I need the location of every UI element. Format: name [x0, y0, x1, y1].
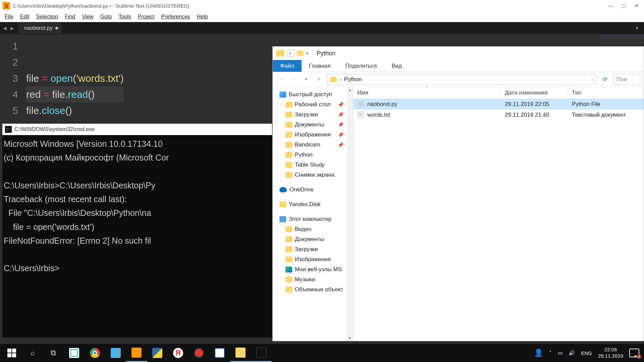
explorer-title: Python	[317, 50, 335, 57]
sublime-taskbar-button[interactable]	[126, 344, 147, 362]
col-name[interactable]: ˄Имя	[353, 87, 501, 99]
sublime-titlebar[interactable]: C:\Users\Irbis\Desktop\Python\naoborot.p…	[0, 0, 644, 11]
tree-downloads2[interactable]: Загрузки	[273, 244, 353, 254]
col-type[interactable]: Тип	[568, 87, 644, 99]
quick-access-save-icon[interactable]: ✓	[287, 50, 294, 57]
tab-nav-back-icon[interactable]: ◀	[1, 25, 8, 32]
sort-asc-icon: ˄	[426, 87, 428, 90]
language-indicator[interactable]: ENG	[581, 350, 592, 356]
clock[interactable]: 22:06 29.11.2019	[598, 347, 623, 359]
list-header[interactable]: ˄Имя Дата изменения Тип	[353, 87, 644, 99]
yandex-button[interactable]: Я	[168, 344, 189, 362]
crumb-current[interactable]: Python	[344, 76, 362, 83]
menu-find[interactable]: Find	[62, 12, 78, 21]
ribbon-tab-file[interactable]: Файл	[273, 60, 302, 72]
cmd-taskbar-button[interactable]	[251, 344, 272, 362]
editor-tab[interactable]: naoborot.py	[18, 23, 61, 34]
menu-project[interactable]: Project	[135, 12, 157, 21]
search-button[interactable]: ⌕	[22, 344, 43, 362]
explorer-window[interactable]: ✓ ▾ Python Файл Главная Поделиться Вид ←…	[272, 46, 644, 341]
tree-documents2[interactable]: Документы	[273, 234, 353, 244]
tree-yandex[interactable]: Yandex.Disk	[273, 199, 353, 209]
tree-table-study[interactable]: Table Study	[273, 160, 353, 170]
menu-tools[interactable]: Tools	[116, 12, 133, 21]
people-icon[interactable]: 👤	[534, 349, 543, 357]
explorer-taskbar-button[interactable]	[230, 344, 251, 362]
tree-quick-access[interactable]: Быстрый доступ	[273, 89, 353, 100]
tree-this-pc[interactable]: Этот компьютер	[273, 214, 353, 224]
search-box[interactable]: Пои	[613, 74, 640, 85]
tree-pictures2[interactable]: Изображения	[273, 254, 353, 264]
menu-selection[interactable]: Selection	[33, 12, 61, 21]
pin-icon: 📌	[338, 122, 343, 127]
python-idle-button[interactable]	[147, 344, 168, 362]
ribbon-tab-view[interactable]: Вид	[384, 60, 409, 72]
nav-forward-icon[interactable]: →	[289, 75, 298, 84]
sublime-title: C:\Users\Irbis\Desktop\Python\naoborot.p…	[13, 3, 189, 9]
volume-icon[interactable]: 🔊	[569, 350, 575, 356]
minimize-button[interactable]: —	[608, 3, 613, 8]
nav-back-icon[interactable]: ←	[276, 75, 285, 84]
tree-pictures[interactable]: Изображения📌	[273, 130, 353, 140]
scroll-down-icon[interactable]: ▾	[347, 335, 353, 341]
folder-icon	[285, 162, 292, 168]
tree-screenshots[interactable]: Снимки экрана	[273, 170, 353, 180]
close-button[interactable]: ✕	[635, 3, 639, 8]
tray-overflow-icon[interactable]: ˄	[549, 350, 552, 356]
menu-file[interactable]: File	[2, 12, 16, 21]
chrome-button[interactable]	[85, 344, 105, 362]
refresh-icon[interactable]: ⟳	[600, 74, 610, 84]
tree-python[interactable]: Python	[273, 150, 353, 160]
start-button[interactable]	[1, 344, 22, 362]
tree-msn[interactable]: Мои веб-узлы MS	[273, 264, 353, 275]
file-icon	[357, 112, 364, 118]
edge-icon	[285, 266, 292, 273]
tree-documents[interactable]: Документы📌	[273, 120, 353, 130]
task-view-button[interactable]: ⧉	[43, 344, 64, 362]
tree-onedrive[interactable]: OneDrive	[273, 185, 353, 195]
tree-videos[interactable]: Видео	[273, 224, 353, 234]
title-dropdown-icon[interactable]: ▾	[306, 51, 308, 56]
scroll-up-icon[interactable]: ▴	[347, 87, 353, 93]
tab-nav-fwd-icon[interactable]: ▶	[9, 25, 15, 32]
maximize-button[interactable]: ▢	[622, 3, 626, 8]
app-button[interactable]	[209, 344, 230, 362]
file-row[interactable]: naoborot.py 29.11.2019 22:05 Python File	[353, 99, 644, 110]
tab-overflow-icon[interactable]: ▼	[635, 25, 643, 31]
cmd-window[interactable]: C:\ C:\WINDOWS\system32\cmd.exe Microsof…	[2, 123, 272, 338]
folder-icon	[285, 172, 292, 178]
nav-tree[interactable]: Быстрый доступ Рабочий стол📌 Загрузки📌 Д…	[273, 87, 353, 341]
menu-goto[interactable]: Goto	[98, 12, 115, 21]
minimap[interactable]	[600, 34, 644, 44]
col-date[interactable]: Дата изменения	[501, 87, 568, 99]
notepad-button[interactable]	[105, 344, 126, 362]
tree-3d[interactable]: Объемные объект	[273, 285, 353, 295]
record-button[interactable]	[189, 344, 209, 362]
tree-bandicam[interactable]: Bandicam📌	[273, 140, 353, 150]
tree-scrollbar[interactable]: ▴ ▾	[347, 87, 353, 341]
action-center-button[interactable]: 2	[629, 349, 639, 357]
menu-help[interactable]: Help	[194, 12, 211, 21]
tree-music[interactable]: Музыка	[273, 275, 353, 285]
sublime-menubar: File Edit Selection Find View Goto Tools…	[0, 11, 644, 22]
nav-up-icon[interactable]: ↑	[314, 75, 324, 84]
address-bar[interactable]: › Python ⌄	[327, 74, 597, 85]
menu-preferences[interactable]: Preferences	[159, 12, 193, 21]
crumb-sep-icon[interactable]: ›	[339, 76, 341, 83]
ribbon-tab-share[interactable]: Поделиться	[338, 60, 384, 72]
tree-downloads[interactable]: Загрузки📌	[273, 110, 353, 120]
menu-view[interactable]: View	[79, 12, 96, 21]
ribbon-tab-home[interactable]: Главная	[302, 60, 338, 72]
crumb-dropdown-icon[interactable]: ⌄	[591, 77, 594, 81]
folder-icon	[285, 226, 292, 232]
store-button[interactable]	[64, 344, 85, 362]
cmd-output[interactable]: Microsoft Windows [Version 10.0.17134.10…	[2, 135, 272, 278]
battery-icon[interactable]: ▭	[558, 350, 562, 356]
cmd-titlebar[interactable]: C:\ C:\WINDOWS\system32\cmd.exe	[2, 124, 272, 135]
menu-edit[interactable]: Edit	[17, 12, 32, 21]
tree-desktop[interactable]: Рабочий стол📌	[273, 100, 353, 110]
nav-recent-dropdown-icon[interactable]: ▾	[302, 75, 311, 84]
file-row[interactable]: words.txt 29.11.2019 21:40 Текстовый док…	[353, 110, 644, 120]
folder-icon	[285, 112, 292, 118]
explorer-titlebar[interactable]: ✓ ▾ Python	[273, 47, 644, 60]
